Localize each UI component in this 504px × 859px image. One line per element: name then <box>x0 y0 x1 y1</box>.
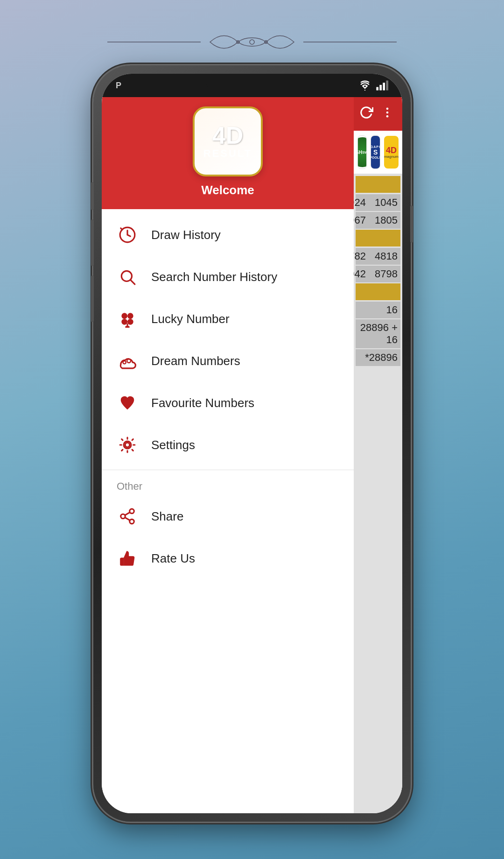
status-left-icon: P <box>116 81 121 91</box>
result-bottom-1: 16 <box>370 304 398 316</box>
cash-sweep-logo: CASH SWEEP <box>357 135 367 169</box>
result-cell-1b: 1045 <box>370 197 398 209</box>
status-right-icons <box>358 80 388 91</box>
result-bottom-2: 28896 + 16 <box>358 322 398 346</box>
menu-item-settings[interactable]: Settings <box>102 424 354 466</box>
result-bottom-3: *28896 <box>365 352 398 364</box>
dream-numbers-label: Dream Numbers <box>151 354 240 368</box>
app-toolbar <box>354 97 402 131</box>
svg-point-29 <box>386 115 389 117</box>
navigation-drawer: 4D RESULT Welcome <box>102 97 354 813</box>
logo-text: 4D RESULT <box>203 123 252 160</box>
svg-rect-6 <box>379 85 382 91</box>
menu-item-draw-history[interactable]: Draw History <box>102 214 354 256</box>
favourite-numbers-label: Favourite Numbers <box>151 396 254 410</box>
result-cell-3a: 782 <box>354 250 366 262</box>
result-cell-1a: 924 <box>354 197 366 209</box>
notch <box>205 74 299 92</box>
signal-icon <box>375 80 388 91</box>
svg-line-11 <box>131 280 135 284</box>
svg-point-22 <box>130 509 134 514</box>
lucky-number-label: Lucky Number <box>151 312 230 326</box>
phone-screen: P <box>102 74 402 813</box>
drawer-header: 4D RESULT Welcome <box>102 97 354 209</box>
svg-point-2 <box>250 40 254 44</box>
result-row-bottom3: *28896 <box>356 349 400 366</box>
status-bar: P <box>102 74 402 97</box>
svg-point-17 <box>125 326 130 328</box>
clock-icon <box>117 224 138 246</box>
svg-point-18 <box>123 361 126 364</box>
volume-down-button <box>91 275 94 322</box>
svg-rect-7 <box>383 83 385 90</box>
menu-item-rate-us[interactable]: Rate Us <box>102 537 354 579</box>
logo-result-text: RESULT <box>203 148 252 160</box>
result-row-2: 967 1805 <box>356 212 400 229</box>
app-main-content: CASH SWEEP SINGAPORE S POOLS <box>354 97 402 813</box>
menu-item-lucky-number[interactable]: Lucky Number <box>102 298 354 340</box>
rate-us-label: Rate Us <box>151 551 195 566</box>
result-header-2 <box>356 230 400 246</box>
svg-rect-5 <box>376 87 378 91</box>
result-row-1: 924 1045 <box>356 194 400 211</box>
svg-point-28 <box>386 111 389 113</box>
svg-point-13 <box>127 313 133 319</box>
heart-icon <box>117 392 138 414</box>
result-row-4: 042 8798 <box>356 266 400 282</box>
result-cell-3b: 4818 <box>370 250 398 262</box>
results-area: 924 1045 967 1805 782 4818 042 8798 <box>354 174 402 813</box>
menu-item-share[interactable]: Share <box>102 495 354 537</box>
search-number-history-label: Search Number History <box>151 270 277 284</box>
clover-icon <box>117 308 138 330</box>
result-row-3: 782 4818 <box>356 248 400 265</box>
volume-up-button <box>91 219 94 266</box>
phone-mockup: P <box>93 65 411 822</box>
phone-content-area: 4D RESULT Welcome <box>102 97 402 813</box>
result-header-1 <box>356 176 400 193</box>
svg-point-14 <box>121 319 127 325</box>
svg-line-26 <box>125 512 130 515</box>
drawer-welcome-text: Welcome <box>201 183 254 197</box>
result-cell-2b: 1805 <box>370 214 398 226</box>
result-cell-4b: 8798 <box>370 268 398 280</box>
svg-line-25 <box>125 517 130 520</box>
svg-point-12 <box>121 313 127 319</box>
refresh-icon[interactable] <box>359 106 373 123</box>
cloud-icon <box>117 350 138 372</box>
result-row-bottom2: 28896 + 16 <box>356 319 400 348</box>
draw-history-label: Draw History <box>151 228 221 242</box>
svg-point-15 <box>127 319 133 325</box>
menu-divider <box>102 470 354 470</box>
result-cell-2a: 967 <box>354 214 366 226</box>
share-label: Share <box>151 509 183 524</box>
svg-point-24 <box>130 519 134 524</box>
menu-item-favourite-numbers[interactable]: Favourite Numbers <box>102 382 354 424</box>
decorative-ornament <box>107 28 397 58</box>
svg-point-27 <box>386 107 389 110</box>
result-header-3 <box>356 283 400 300</box>
result-cell-4a: 042 <box>354 268 366 280</box>
menu-item-search-number-history[interactable]: Search Number History <box>102 256 354 298</box>
4d-magnum-logo: 4D magnum <box>384 136 399 169</box>
other-section-header: Other <box>102 474 354 495</box>
settings-label: Settings <box>151 438 195 452</box>
gear-icon <box>117 434 138 456</box>
power-button <box>410 205 413 243</box>
menu-item-dream-numbers[interactable]: Dream Numbers <box>102 340 354 382</box>
lottery-logos-row: CASH SWEEP SINGAPORE S POOLS <box>354 131 402 174</box>
svg-point-23 <box>121 514 126 519</box>
more-options-icon[interactable] <box>381 106 394 122</box>
singapore-pools-logo: SINGAPORE S POOLS <box>371 135 380 169</box>
volume-silent-button <box>91 182 94 210</box>
svg-point-20 <box>125 443 130 447</box>
drawer-menu: Draw History Search Number History <box>102 209 354 813</box>
result-row-bottom1: 16 <box>356 302 400 318</box>
logo-4d-text: 4D <box>203 123 252 148</box>
wifi-icon <box>358 80 371 91</box>
share-icon <box>117 506 138 527</box>
svg-rect-8 <box>386 81 388 91</box>
app-logo: 4D RESULT <box>193 106 263 176</box>
thumbsup-icon <box>117 548 138 569</box>
search-icon <box>117 266 138 288</box>
